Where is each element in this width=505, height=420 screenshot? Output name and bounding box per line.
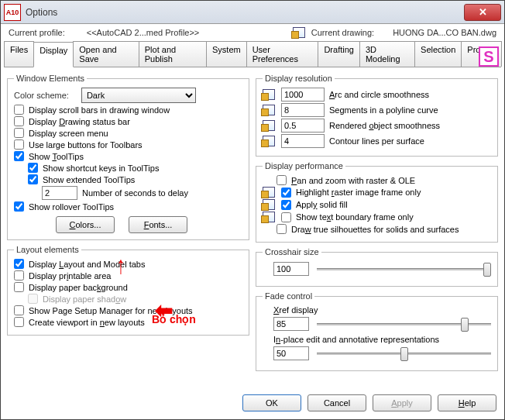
lbl-statusbar: Display Drawing status bar [29,117,130,126]
perf-icon [263,212,275,222]
cb-screenmenu[interactable] [14,128,24,138]
lbl-solidfill: Apply solid fill [296,200,348,209]
cb-viewport[interactable] [14,317,24,327]
tab-display[interactable]: Display [33,42,74,67]
inplace-label: In-place edit and annotative representat… [273,335,439,344]
lbl-pagesetup: Show Page Setup Manager for new layouts [29,306,193,315]
tab-drafting[interactable]: Drafting [318,41,360,67]
tab-strip: Files Display Open and Save Plot and Pub… [4,41,501,67]
cb-layout-model[interactable] [14,259,24,269]
lbl-highlight: Highlight raster image frame only [296,188,421,197]
current-profile-value: <<AutoCAD 2...med Profile>> [87,28,200,37]
legend-fade: Fade control [263,291,314,301]
cb-paperbg[interactable] [14,282,24,292]
lbl-screenmenu: Display screen menu [29,129,108,138]
lbl-scrollbars: Display scroll bars in drawing window [29,105,170,115]
group-display-performance: Display performance Pan and zoom with ra… [256,161,498,243]
cb-pan[interactable] [277,175,287,185]
cancel-button[interactable]: Cancel [307,394,366,411]
group-crosshair: Crosshair size [256,247,498,287]
lbl-paperbg: Display paper background [29,283,128,292]
cb-truesilh[interactable] [277,224,287,234]
cont-input[interactable] [281,134,325,148]
lbl-tooltips: Show ToolTips [29,152,84,161]
group-display-resolution: Display resolution Arc and circle smooth… [256,74,498,157]
lbl-largebuttons: Use large buttons for Toolbars [29,140,143,150]
cb-scrollbars[interactable] [14,105,24,115]
lbl-viewport: Create viewport in new layouts [29,318,145,327]
tab-user-prefs[interactable]: User Preferences [246,41,319,67]
crosshair-slider[interactable] [317,261,491,277]
lbl-extended: Show extended ToolTips [43,175,135,184]
res-icon [263,89,275,100]
inplace-slider[interactable] [317,346,491,361]
xref-slider[interactable] [317,316,491,332]
inplace-input[interactable] [273,346,309,360]
cb-printable[interactable] [14,270,24,281]
lbl-layout-model: Display Layout and Model tabs [29,260,145,269]
legend-layout-elements: Layout elements [14,245,81,254]
color-scheme-label: Color scheme: [14,91,69,100]
xref-label: Xref display [273,305,318,315]
watermark-s-icon: S [479,46,499,67]
res-icon [263,136,275,146]
current-drawing-value: HUONG DA...CO BAN.dwg [393,28,496,37]
arc-label: Arc and circle smoothness [329,90,429,99]
apply-button[interactable]: Apply [373,394,431,411]
ok-button[interactable]: OK [242,394,301,411]
cb-solidfill[interactable] [281,200,291,210]
group-window-elements: Window Elements Color scheme: Dark Displ… [7,74,249,240]
lbl-truesilh: Draw true silhouettes for solids and sur… [291,225,459,234]
fonts-button[interactable]: Fonts... [129,216,187,233]
lbl-printable: Display printable area [29,271,111,281]
cb-tooltips[interactable] [14,151,24,161]
seg-input[interactable] [281,103,325,117]
window-title: Options [26,7,464,18]
cont-label: Contour lines per surface [329,136,424,146]
tab-system[interactable]: System [206,41,247,67]
legend-display-performance: Display performance [263,161,345,170]
close-button[interactable]: ✕ [464,4,501,21]
tab-3d-modeling[interactable]: 3D Modeling [359,41,415,67]
tab-files[interactable]: Files [4,41,34,67]
cb-pagesetup[interactable] [14,305,24,315]
seconds-input[interactable] [42,186,77,200]
xref-input[interactable] [273,317,309,331]
lbl-pan: Pan and zoom with raster & OLE [291,176,415,185]
color-scheme-select[interactable]: Dark [81,88,196,103]
tab-plot-publish[interactable]: Plot and Publish [139,41,207,67]
cb-highlight[interactable] [281,188,291,198]
help-button[interactable]: Help [438,394,496,411]
tab-selection[interactable]: Selection [414,41,462,67]
perf-icon [263,199,275,210]
lbl-textbound: Show text boundary frame only [296,212,414,222]
rend-label: Rendered object smoothness [329,121,440,130]
legend-window-elements: Window Elements [14,74,87,83]
tab-open-save[interactable]: Open and Save [73,41,139,67]
arc-input[interactable] [281,88,325,102]
lbl-papershadow: Display paper shadow [43,294,126,304]
cb-papershadow [28,294,38,304]
app-icon: A10 [4,4,21,21]
legend-display-resolution: Display resolution [263,74,335,83]
res-icon [263,105,275,115]
cb-textbound[interactable] [281,212,291,222]
drawing-icon [293,27,305,38]
crosshair-input[interactable] [273,262,309,276]
cb-shortcut[interactable] [28,163,38,173]
cb-largebuttons[interactable] [14,139,24,150]
group-fade: Fade control Xref display In-place edit … [256,291,498,371]
cb-extended[interactable] [28,174,38,184]
cb-rollover[interactable] [14,201,24,212]
colors-button[interactable]: Colors... [56,216,115,233]
lbl-rollover: Show rollover ToolTips [29,202,114,212]
seconds-label: Number of seconds to delay [82,188,188,198]
group-layout-elements: Layout elements Display Layout and Model… [7,245,249,336]
seg-label: Segments in a polyline curve [329,105,438,115]
lbl-shortcut: Show shortcut keys in ToolTips [43,164,159,173]
cb-statusbar[interactable] [14,116,24,126]
current-profile-label: Current profile: [9,28,65,37]
res-icon [263,120,275,131]
rend-input[interactable] [281,119,325,133]
legend-crosshair: Crosshair size [263,247,321,256]
